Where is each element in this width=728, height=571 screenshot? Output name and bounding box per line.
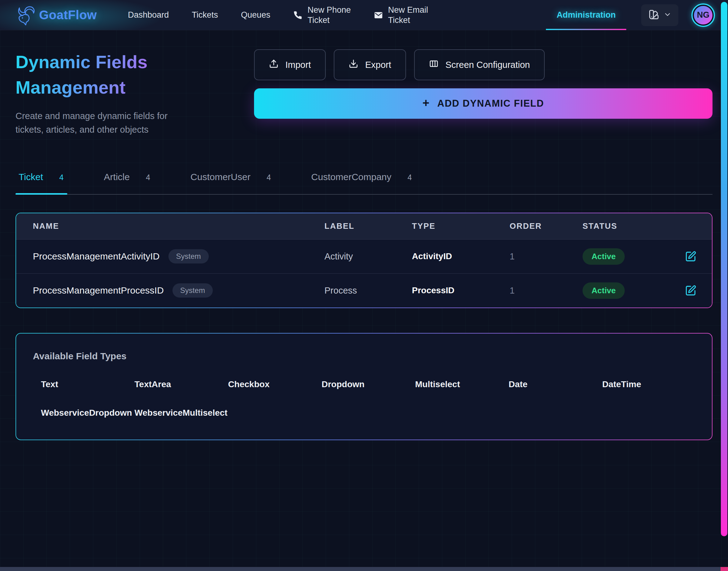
page-header-right: Import Export Screen Configuration + ADD… [254, 49, 713, 136]
field-type-textarea[interactable]: TextArea [134, 379, 228, 389]
field-type-dropdown[interactable]: Dropdown [322, 379, 415, 389]
nav-menu: DashboardTicketsQueuesNew Phone TicketNe… [128, 0, 626, 30]
cell-label: Process [325, 286, 412, 296]
table-body: ProcessManagementActivityIDSystemActivit… [16, 239, 712, 308]
nav-item-label: New Phone Ticket [307, 5, 351, 25]
cell-status: Active [582, 282, 669, 299]
status-badge: Active [582, 282, 625, 299]
phone-icon [293, 11, 302, 20]
nav-item-new-email-ticket[interactable]: New Email Ticket [374, 0, 428, 30]
scrollbar-corner [721, 567, 728, 571]
table-row: ProcessManagementActivityIDSystemActivit… [16, 239, 712, 273]
swatch-icon [648, 9, 659, 21]
export-button-label: Export [365, 60, 391, 70]
upload-icon [269, 59, 279, 71]
edit-icon [685, 251, 696, 262]
tab-article[interactable]: Article4 [101, 172, 154, 194]
tab-label: Article [104, 172, 130, 182]
toolbar: Import Export Screen Configuration [254, 49, 713, 80]
tab-count: 4 [59, 173, 64, 182]
field-type-date[interactable]: Date [509, 379, 603, 389]
chevron-down-icon [663, 11, 671, 19]
user-avatar[interactable]: NG [692, 3, 715, 27]
nav-item-label: New Email Ticket [388, 5, 428, 25]
cell-order: 1 [510, 286, 582, 296]
email-icon [374, 11, 383, 20]
nav-item-administration[interactable]: Administration [546, 0, 626, 30]
columns-icon [429, 59, 439, 71]
field-type-checkbox[interactable]: Checkbox [228, 379, 322, 389]
dynamic-fields-table-section: NAMELABELTYPEORDERSTATUS ProcessManageme… [15, 213, 713, 308]
add-dynamic-field-label: ADD DYNAMIC FIELD [437, 98, 544, 109]
field-types-grid: TextTextAreaCheckboxDropdownMultiselectD… [32, 379, 696, 418]
page-header: Dynamic Fields Management Create and man… [15, 49, 713, 136]
main-content: Dynamic Fields Management Create and man… [0, 49, 728, 440]
field-type-webservicedropdown[interactable]: WebserviceDropdown [41, 408, 134, 418]
export-button[interactable]: Export [334, 49, 406, 80]
screen-configuration-button[interactable]: Screen Configuration [414, 49, 545, 80]
field-types-card: Available Field Types TextTextAreaCheckb… [16, 334, 712, 440]
dynamic-fields-table: NAMELABELTYPEORDERSTATUS ProcessManageme… [16, 213, 712, 308]
field-name: ProcessManagementActivityID [33, 251, 160, 262]
download-icon [349, 59, 358, 71]
screen-configuration-label: Screen Configuration [445, 60, 530, 70]
field-type-text[interactable]: Text [41, 379, 134, 389]
tab-ticket[interactable]: Ticket4 [15, 172, 67, 194]
nav-item-label: Queues [241, 10, 270, 20]
horizontal-scrollbar[interactable] [0, 567, 728, 571]
nav-item-label: Administration [556, 10, 616, 20]
field-name: ProcessManagementProcessID [33, 285, 164, 296]
nav-item-label: Dashboard [128, 10, 169, 20]
system-badge: System [172, 283, 213, 298]
column-header-label: LABEL [325, 221, 412, 231]
field-type-multiselect[interactable]: Multiselect [415, 379, 509, 389]
nav-item-queues[interactable]: Queues [241, 0, 270, 30]
cell-actions [669, 285, 712, 296]
table-row: ProcessManagementProcessIDSystemProcessP… [16, 273, 712, 308]
object-type-tabs: Ticket4Article4CustomerUser4CustomerComp… [15, 172, 713, 195]
field-types-gradient-border: Available Field Types TextTextAreaCheckb… [15, 333, 713, 440]
tab-label: CustomerUser [190, 172, 250, 182]
tab-count: 4 [266, 173, 271, 182]
status-badge: Active [582, 248, 625, 265]
page-subtitle: Create and manage dynamic fields for tic… [15, 109, 189, 136]
import-button-label: Import [285, 60, 311, 70]
tab-count: 4 [407, 173, 412, 182]
top-navbar: GoatFlow DashboardTicketsQueuesNew Phone… [0, 0, 728, 30]
nav-item-tickets[interactable]: Tickets [192, 0, 218, 30]
add-dynamic-field-button[interactable]: + ADD DYNAMIC FIELD [254, 88, 713, 119]
table-header-row: NAMELABELTYPEORDERSTATUS [16, 213, 712, 239]
tab-customercompany[interactable]: CustomerCompany4 [308, 172, 415, 194]
field-type-webservicemultiselect[interactable]: WebserviceMultiselect [134, 408, 228, 418]
tab-customeruser[interactable]: CustomerUser4 [187, 172, 275, 194]
nav-item-new-phone-ticket[interactable]: New Phone Ticket [293, 0, 351, 30]
tab-label: Ticket [19, 172, 43, 182]
cell-type: ProcessID [412, 286, 510, 296]
cell-name: ProcessManagementActivityIDSystem [33, 249, 325, 263]
tab-label: CustomerCompany [311, 172, 391, 182]
cell-order: 1 [510, 251, 582, 262]
avatar-initials: NG [694, 6, 713, 24]
column-header-name: NAME [33, 221, 325, 231]
theme-picker-button[interactable] [641, 4, 678, 26]
brand[interactable]: GoatFlow [13, 3, 97, 27]
goat-logo-icon [13, 3, 37, 27]
edit-icon [685, 285, 696, 296]
edit-button[interactable] [685, 251, 696, 262]
tab-count: 4 [146, 173, 150, 182]
cell-status: Active [582, 248, 669, 265]
cell-label: Activity [325, 251, 412, 262]
column-header-type: TYPE [412, 221, 510, 231]
field-types-title: Available Field Types [32, 351, 696, 361]
available-field-types-section: Available Field Types TextTextAreaCheckb… [15, 333, 713, 440]
system-badge: System [168, 249, 209, 263]
column-header-order: ORDER [510, 221, 582, 231]
field-type-datetime[interactable]: DateTime [602, 379, 696, 389]
nav-item-dashboard[interactable]: Dashboard [128, 0, 169, 30]
page-title: Dynamic Fields Management [15, 49, 220, 100]
import-button[interactable]: Import [254, 49, 326, 80]
vertical-scrollbar-thumb[interactable] [721, 2, 727, 536]
edit-button[interactable] [685, 285, 696, 296]
cell-type: ActivityID [412, 251, 510, 261]
cell-actions [669, 251, 712, 262]
